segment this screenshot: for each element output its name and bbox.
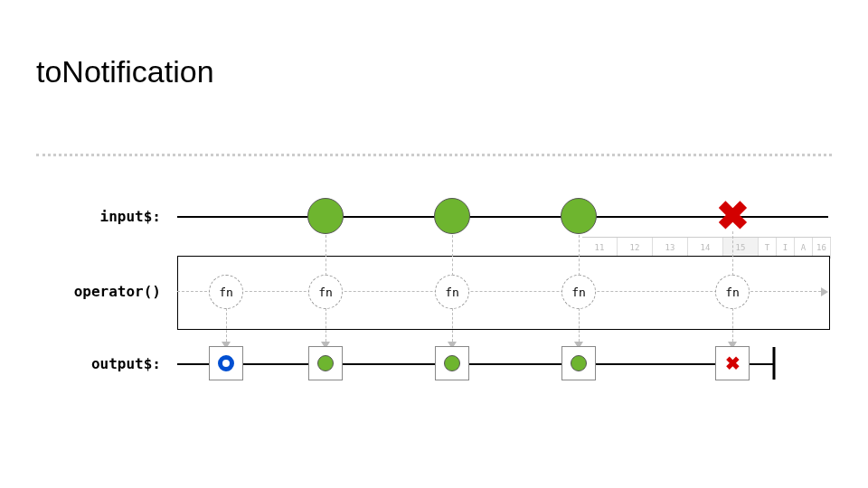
output-timeline — [177, 363, 774, 365]
connector-out — [326, 308, 326, 342]
ruler-tick: 14 — [688, 238, 723, 258]
input-row-label: input$: — [71, 208, 161, 225]
circle-dot-icon — [571, 355, 587, 371]
connector-out — [732, 308, 733, 342]
output-next-notification — [308, 346, 343, 380]
connector-out — [226, 308, 227, 342]
connector-in — [579, 235, 580, 276]
connector-in — [732, 231, 733, 276]
ruler-tick: 11 — [582, 238, 618, 258]
connector-out — [452, 308, 453, 342]
page-title: toNotification — [36, 54, 214, 89]
fn-node: fn — [561, 275, 596, 309]
input-marble-next — [561, 198, 597, 234]
fn-node: fn — [209, 275, 243, 309]
circle-dot-icon — [317, 355, 334, 371]
connector-in — [326, 235, 326, 276]
circle-dot-icon — [444, 355, 460, 371]
input-error-icon: ✖ — [716, 196, 750, 236]
input-marble-next — [434, 198, 470, 234]
ruler-tick: 16 — [813, 238, 831, 258]
operator-row-label: operator() — [71, 283, 161, 300]
output-subscribe-notification — [209, 346, 243, 380]
output-next-notification — [435, 346, 469, 380]
connector-in — [452, 235, 453, 276]
ruler-tick: T — [759, 238, 777, 258]
ruler-tick: A — [795, 238, 813, 258]
divider — [36, 154, 832, 156]
connector-out — [579, 308, 580, 342]
output-error-notification: ✖ — [715, 346, 750, 380]
ruler-tick: 12 — [618, 238, 653, 258]
ruler-tick: 13 — [653, 238, 688, 258]
fn-node: fn — [308, 275, 343, 309]
output-terminator — [773, 347, 776, 380]
fn-node: fn — [715, 275, 750, 309]
ruler-tick: I — [777, 238, 795, 258]
output-next-notification — [561, 346, 596, 380]
output-row-label: output$: — [71, 355, 161, 372]
input-marble-next — [307, 198, 344, 234]
fn-node: fn — [435, 275, 469, 309]
operator-line-arrow — [821, 287, 828, 296]
x-icon: ✖ — [725, 354, 741, 372]
circle-ring-icon — [218, 355, 234, 371]
ruler-tick: 15 — [723, 238, 759, 258]
